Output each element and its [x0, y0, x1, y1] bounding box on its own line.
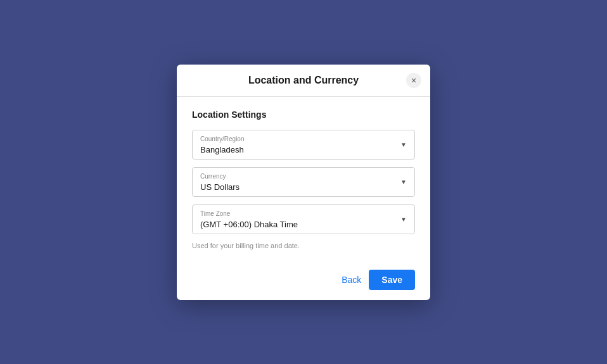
- close-button[interactable]: ×: [406, 73, 421, 88]
- country-region-group: Country/Region Bangladesh ▼: [192, 130, 415, 160]
- timezone-group: Time Zone (GMT +06:00) Dhaka Time ▼: [192, 204, 415, 234]
- location-currency-dialog: Location and Currency × Location Setting…: [177, 65, 430, 300]
- currency-select[interactable]: Currency US Dollars ▼: [192, 167, 415, 197]
- country-region-label: Country/Region: [200, 135, 407, 142]
- country-region-select[interactable]: Country/Region Bangladesh ▼: [192, 130, 415, 160]
- currency-group: Currency US Dollars ▼: [192, 167, 415, 197]
- timezone-arrow-icon: ▼: [400, 216, 407, 223]
- timezone-select[interactable]: Time Zone (GMT +06:00) Dhaka Time ▼: [192, 204, 415, 234]
- currency-value: US Dollars: [200, 182, 240, 192]
- section-title: Location Settings: [192, 110, 415, 120]
- dialog-header: Location and Currency ×: [177, 65, 430, 97]
- currency-arrow-icon: ▼: [400, 179, 407, 185]
- save-button[interactable]: Save: [369, 270, 415, 290]
- dialog-title: Location and Currency: [248, 75, 359, 86]
- country-region-value: Bangladesh: [200, 145, 244, 154]
- timezone-label: Time Zone: [200, 210, 407, 217]
- modal-overlay: Location and Currency × Location Setting…: [0, 0, 607, 364]
- back-button[interactable]: Back: [342, 275, 361, 285]
- country-region-arrow-icon: ▼: [400, 141, 407, 148]
- helper-text: Used for your billing time and date.: [192, 242, 415, 249]
- dialog-body: Location Settings Country/Region Banglad…: [177, 97, 430, 262]
- dialog-footer: Back Save: [177, 262, 430, 300]
- currency-label: Currency: [200, 173, 407, 180]
- timezone-value: (GMT +06:00) Dhaka Time: [200, 220, 298, 229]
